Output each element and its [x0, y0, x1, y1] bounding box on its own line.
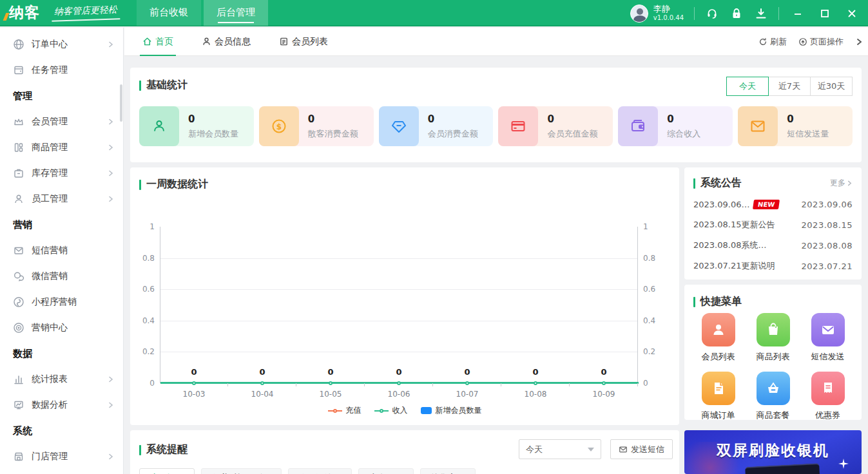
download-icon[interactable]	[754, 6, 768, 21]
quick-menu-panel: 快捷菜单 会员列表 商品列表	[684, 285, 862, 420]
sidebar-item-marketing-center[interactable]: 营销中心	[0, 315, 123, 341]
sidebar-item-label: 门店管理	[32, 451, 108, 462]
shelves-icon	[13, 142, 24, 153]
sidebar: 订单中心 任务管理 管理 会员管理	[0, 28, 124, 474]
ad-banner[interactable]: 双屏刷脸收银机	[684, 430, 862, 474]
sidebar-section-marketing: 营销	[0, 212, 123, 238]
reminder-tab-maintenance-due[interactable]: 保养时间要到了	[201, 468, 282, 474]
basket-icon	[757, 372, 790, 405]
reminder-tab-member-no-balance[interactable]: 会员没钱了	[288, 468, 352, 474]
stat-value: 0	[547, 113, 597, 125]
sidebar-item-order-center[interactable]: 订单中心	[0, 32, 123, 57]
announcement-row[interactable]: 2023.08.08系统… 2023.08.08	[684, 235, 862, 256]
quick-product-list[interactable]: 商品列表	[746, 313, 800, 363]
tab-member-info[interactable]: 会员信息	[202, 28, 251, 56]
quick-product-packages[interactable]: 商品套餐	[746, 372, 800, 421]
brand-tagline: 纳客管店更轻松	[52, 4, 121, 22]
chevron-right-icon	[108, 170, 114, 176]
page-operations-button[interactable]: 页面操作	[798, 36, 844, 48]
sidebar-item-label: 微信营销	[32, 270, 114, 282]
clipboard-icon	[13, 64, 24, 76]
globe-icon	[13, 39, 24, 50]
close-button[interactable]	[844, 6, 860, 21]
nav-tab-label: 前台收银	[149, 6, 188, 19]
basic-stats-panel: 基础统计 今天 近7天 近30天 0 新增会员数量	[130, 68, 862, 162]
avatar[interactable]	[630, 5, 648, 23]
lock-icon[interactable]	[729, 6, 744, 21]
member-user-icon	[139, 106, 179, 146]
envelope-icon	[619, 445, 628, 454]
maximize-button[interactable]	[816, 6, 833, 21]
sidebar-item-miniprogram-marketing[interactable]: 小程序营销	[0, 289, 123, 315]
x-labels-row: 10-03 10-04 10-05 10-06 10-07 10-08 10-0…	[160, 390, 638, 399]
sidebar-item-task-management[interactable]: 任务管理	[0, 57, 123, 83]
customer-service-icon[interactable]	[705, 6, 719, 21]
refresh-button[interactable]: 刷新	[758, 36, 787, 48]
reminder-tab-almost-sold-out[interactable]: 快售完了	[420, 468, 476, 474]
sidebar-item-label: 订单中心	[32, 39, 108, 50]
chart-legend: 充值 收入 新增会员数量	[130, 405, 679, 416]
sidebar-item-label: 会员管理	[32, 116, 108, 128]
more-label: 更多	[830, 178, 845, 189]
announcement-row[interactable]: 2023.08.15更新公告 2023.08.15	[684, 214, 862, 235]
chevron-right-icon	[108, 196, 114, 202]
quick-sms-send[interactable]: 短信发送	[800, 313, 855, 363]
sidebar-item-staff-management[interactable]: 员工管理	[0, 186, 123, 212]
quick-member-list[interactable]: 会员列表	[691, 313, 746, 363]
y-tick-left: 0.2	[130, 347, 155, 356]
range-30days-button[interactable]: 近30天	[810, 77, 853, 96]
reminder-date-select[interactable]: 今天	[519, 439, 601, 459]
legend-item-new-members[interactable]: 新增会员数量	[421, 405, 482, 416]
new-badge: NEW	[753, 200, 780, 209]
date-range-group: 今天 近7天 近30天	[727, 77, 853, 96]
mode-switcher: 前台收银 后台管理	[137, 0, 271, 26]
announcement-row[interactable]: 2023.07.21更新说明 2023.07.21	[684, 256, 862, 276]
announcement-date: 2023.09.06	[802, 200, 853, 209]
app-version: v1.0.0.44	[653, 14, 684, 23]
send-sms-button[interactable]: 发送短信	[610, 439, 673, 459]
dollar-circle-icon: $	[259, 106, 299, 146]
nav-tab-backend-admin[interactable]: 后台管理	[204, 0, 268, 26]
reminder-tab-birthday[interactable]: 生日提醒	[139, 468, 195, 474]
legend-item-recharge[interactable]: 充值	[328, 405, 362, 416]
tab-member-list[interactable]: 会员列表	[279, 28, 328, 56]
sidebar-item-member-management[interactable]: 会员管理	[0, 109, 123, 135]
sidebar-item-data-analysis[interactable]: 数据分析	[0, 392, 123, 418]
tabbar-controls: 刷新 页面操作	[758, 36, 863, 48]
tab-label: 会员列表	[292, 36, 328, 48]
credit-card-icon	[498, 106, 538, 146]
range-7days-button[interactable]: 近7天	[768, 77, 811, 96]
reminder-tab-low-stock[interactable]: 库存不足	[358, 468, 414, 474]
sidebar-item-store-management[interactable]: 门店管理	[0, 444, 123, 469]
sidebar-item-sms-marketing[interactable]: 短信营销	[0, 238, 123, 263]
quick-item-label: 优惠券	[815, 410, 840, 421]
user-info[interactable]: 李静 v1.0.0.44	[630, 4, 684, 23]
x-tick-label: 10-05	[320, 390, 342, 399]
chevron-right-icon	[108, 402, 114, 408]
envelope-icon	[13, 245, 24, 256]
sidebar-item-product-management[interactable]: 商品管理	[0, 135, 123, 160]
legend-item-income[interactable]: 收入	[374, 405, 408, 416]
y-tick-right: 1	[643, 222, 668, 231]
range-today-button[interactable]: 今天	[726, 77, 769, 96]
sidebar-item-wechat-marketing[interactable]: 微信营销	[0, 263, 123, 289]
quick-coupons[interactable]: 优惠券	[800, 372, 855, 421]
miniprogram-icon	[13, 296, 24, 308]
nav-tab-front-cashier[interactable]: 前台收银	[137, 0, 201, 26]
chart-plot-area[interactable]	[160, 227, 638, 383]
announcement-text: 2023.09.06…	[693, 200, 749, 209]
quick-mall-orders[interactable]: 商城订单	[691, 372, 746, 421]
stat-label: 散客消费金额	[308, 128, 358, 140]
expand-chevron-icon[interactable]	[855, 38, 863, 46]
sidebar-item-inventory-management[interactable]: 库存管理	[0, 160, 123, 186]
announcement-row[interactable]: 2023.09.06… NEW 2023.09.06	[684, 194, 862, 214]
point-label: 0	[259, 367, 265, 377]
minimize-button[interactable]	[789, 6, 806, 21]
sidebar-section-data: 数据	[0, 341, 123, 366]
tab-home[interactable]: 首页	[142, 28, 173, 56]
quick-menu-grid: 会员列表 商品列表 短信发送	[691, 313, 855, 421]
announcements-more-link[interactable]: 更多	[830, 178, 853, 189]
sidebar-item-statistics-report[interactable]: 统计报表	[0, 366, 123, 392]
sidebar-scrollbar[interactable]	[120, 84, 122, 122]
gridline	[160, 258, 637, 259]
